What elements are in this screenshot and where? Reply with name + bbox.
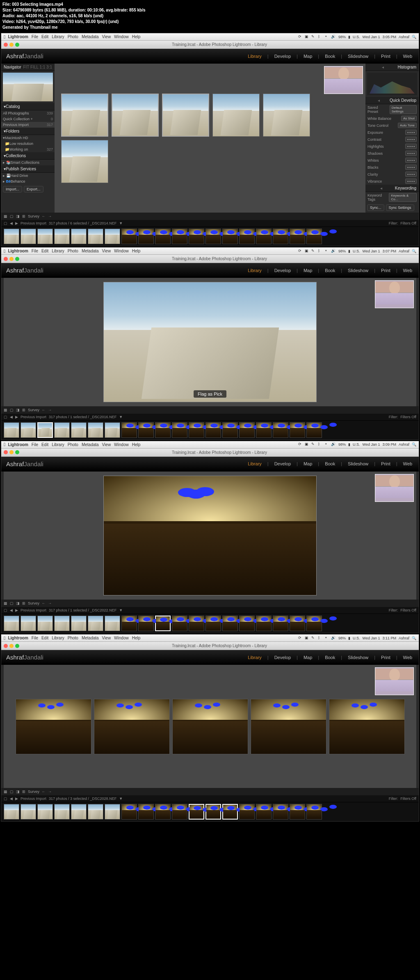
loupe-view-button[interactable]: ▢	[10, 601, 14, 605]
filmstrip-thumb[interactable]	[155, 616, 171, 631]
module-print[interactable]: Print	[379, 268, 392, 273]
grid-view-button[interactable]: ▦	[4, 601, 7, 605]
filmstrip-thumb[interactable]	[273, 804, 288, 820]
evernote-icon[interactable]: ✎	[311, 442, 316, 447]
minimize-window-button[interactable]	[9, 450, 14, 454]
filmstrip-thumb[interactable]	[88, 229, 103, 244]
catalog-all[interactable]: All Photographs339	[1, 110, 55, 116]
module-slideshow[interactable]: Slideshow	[346, 268, 370, 273]
menu-metadata[interactable]: Metadata	[82, 34, 99, 39]
module-print[interactable]: Print	[379, 54, 392, 59]
collections-header[interactable]: ▾ Collections	[1, 152, 55, 160]
filmstrip-thumb[interactable]	[222, 804, 238, 820]
module-book[interactable]: Book	[323, 461, 337, 466]
catalog-header[interactable]: ▾ Catalog	[1, 103, 55, 110]
spotlight-icon[interactable]: 🔍	[412, 442, 416, 446]
menu-app[interactable]: Lightroom	[8, 442, 28, 447]
filmstrip-thumb[interactable]	[205, 804, 221, 820]
grid-cell[interactable]	[263, 94, 310, 137]
menu-help[interactable]: Help	[132, 249, 141, 253]
qd-value[interactable]: • • • •	[405, 137, 417, 142]
module-library[interactable]: Library	[246, 54, 263, 59]
module-book[interactable]: Book	[323, 655, 337, 660]
flag-locale[interactable]: U.S.	[353, 636, 360, 640]
publish-behance[interactable]: ▸ Bē Behance	[1, 179, 55, 184]
quickdevelop-header[interactable]: ◂Quick Develop	[365, 97, 419, 104]
menu-metadata[interactable]: Metadata	[82, 249, 99, 253]
filmstrip-thumb[interactable]	[155, 804, 171, 820]
filmstrip-thumb[interactable]	[105, 804, 120, 820]
filmstrip-thumb[interactable]	[105, 229, 120, 244]
zoom-window-button[interactable]	[15, 257, 19, 261]
sync-settings-button[interactable]: Sync Settings	[386, 204, 414, 211]
nav-next-icon[interactable]: →	[48, 408, 52, 412]
filmstrip-thumb[interactable]	[189, 422, 204, 438]
menu-file[interactable]: File	[32, 34, 38, 39]
module-map[interactable]: Map	[302, 54, 314, 59]
filmstrip-thumb[interactable]	[172, 229, 187, 244]
module-print[interactable]: Print	[379, 461, 392, 466]
qd-row[interactable]: White BalanceAs Shot	[365, 115, 419, 122]
wifi-icon[interactable]: ⚬	[324, 636, 329, 641]
qd-row[interactable]: Shadows• • • •	[365, 150, 419, 157]
survey-view-button[interactable]: ⊞	[22, 408, 25, 412]
menu-file[interactable]: File	[32, 249, 38, 253]
qd-value[interactable]: • • • •	[405, 179, 417, 184]
filmstrip-thumb[interactable]	[4, 804, 19, 820]
sync-button[interactable]: Sync...	[367, 204, 384, 211]
flag-locale[interactable]: U.S.	[353, 442, 360, 446]
second-window-icon[interactable]: ▢	[4, 608, 7, 612]
module-print[interactable]: Print	[379, 655, 392, 660]
filmstrip-thumb[interactable]	[37, 422, 53, 438]
filmstrip-thumb[interactable]	[121, 422, 137, 438]
filmstrip-thumb[interactable]	[71, 229, 87, 244]
menu-library[interactable]: Library	[52, 636, 64, 640]
survey-view-button[interactable]: ⊞	[22, 214, 25, 218]
filmstrip-thumb[interactable]	[105, 422, 120, 438]
module-library[interactable]: Library	[246, 461, 263, 466]
filmstrip-thumb[interactable]	[54, 422, 70, 438]
module-web[interactable]: Web	[402, 461, 414, 466]
zoom-window-button[interactable]	[15, 450, 19, 454]
module-slideshow[interactable]: Slideshow	[346, 655, 370, 660]
nav-next-icon[interactable]: →	[48, 790, 52, 794]
flag-locale[interactable]: U.S.	[353, 35, 360, 39]
nav-next-icon[interactable]: →	[48, 214, 52, 218]
nav-prev-icon[interactable]: ←	[42, 214, 46, 218]
filmstrip-thumb[interactable]	[172, 804, 187, 820]
evernote-icon[interactable]: ✎	[311, 34, 316, 39]
nav-fwd-icon[interactable]: ▶	[15, 608, 18, 612]
flag-locale[interactable]: U.S.	[353, 249, 360, 253]
filmstrip-thumb[interactable]	[105, 616, 120, 631]
qd-value[interactable]: • • • •	[405, 144, 417, 149]
module-web[interactable]: Web	[402, 268, 414, 273]
menu-app[interactable]: Lightroom	[8, 34, 28, 39]
filmstrip-thumb[interactable]	[239, 422, 255, 438]
module-develop[interactable]: Develop	[273, 54, 292, 59]
filmstrip-thumb[interactable]	[54, 804, 70, 820]
qd-value[interactable]: • • • •	[405, 158, 417, 163]
survey-cell[interactable]	[172, 699, 248, 754]
dropbox-icon[interactable]: ▣	[305, 34, 310, 39]
survey-cell[interactable]	[329, 699, 405, 754]
filmstrip-thumb[interactable]	[54, 616, 70, 631]
menu-view[interactable]: View	[102, 636, 111, 640]
compare-view-button[interactable]: ◨	[16, 790, 20, 794]
filmstrip-thumb[interactable]	[21, 616, 36, 631]
filmstrip-thumb[interactable]	[121, 804, 137, 820]
user-name[interactable]: Ashraf	[399, 249, 409, 253]
menu-photo[interactable]: Photo	[68, 34, 78, 39]
catalog-quick[interactable]: Quick Collection +0	[1, 116, 55, 122]
loupe-image[interactable]	[103, 476, 317, 596]
qd-row[interactable]: Clarity• • • •	[365, 171, 419, 178]
nav-back-icon[interactable]: ◀	[10, 797, 13, 801]
menu-photo[interactable]: Photo	[68, 249, 78, 253]
filmstrip-thumb[interactable]	[306, 422, 322, 438]
evernote-icon[interactable]: ✎	[311, 636, 316, 641]
module-book[interactable]: Book	[323, 54, 337, 59]
filters-off[interactable]: Filters Off	[400, 797, 416, 801]
nav-fwd-icon[interactable]: ▶	[15, 797, 18, 801]
minimize-window-button[interactable]	[9, 644, 14, 648]
filmstrip-thumb[interactable]	[239, 804, 255, 820]
sync-icon[interactable]: ⟳	[298, 636, 303, 641]
